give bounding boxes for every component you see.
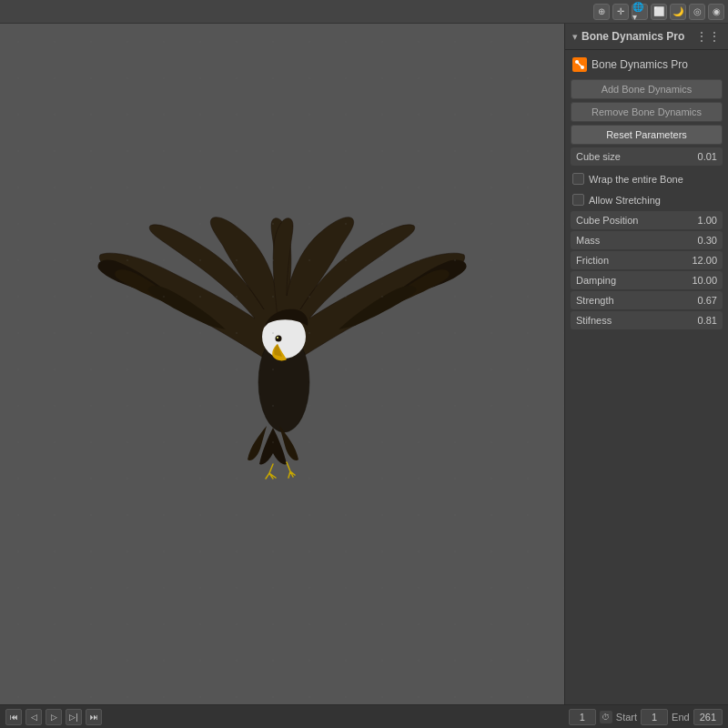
param-label-3: Damping [571, 271, 686, 289]
cube-size-label: Cube size [571, 147, 686, 166]
step-back-button[interactable]: ◁ [25, 709, 42, 725]
param-value-0[interactable]: 1.00 [686, 211, 723, 229]
timer-icon: ⏱ [600, 711, 612, 723]
param-label-0: Cube Position [571, 211, 686, 229]
svg-point-2 [276, 336, 282, 342]
svg-point-0 [258, 332, 309, 432]
jump-start-button[interactable]: ⏮ [5, 709, 22, 725]
allow-stretching-row: Allow Stretching [571, 190, 723, 209]
param-value-2[interactable]: 12.00 [686, 251, 723, 269]
param-value-3[interactable]: 10.00 [686, 271, 723, 289]
overlay-icon[interactable]: ⬜ [651, 4, 667, 20]
section-header: Bone Dynamics Pro [571, 54, 723, 76]
bone-dynamics-icon [572, 57, 587, 72]
eagle-model-container [0, 24, 564, 704]
cube-size-row: Cube size 0.01 [571, 147, 723, 166]
right-panel: ▾ Bone Dynamics Pro ⋮⋮ Bone Dynamics Pro… [564, 24, 728, 704]
cube-size-value[interactable]: 0.01 [686, 147, 723, 166]
wrap-bone-row: Wrap the entire Bone [571, 169, 723, 188]
viewport-shading-icon[interactable]: ◉ [708, 4, 724, 20]
parameters-list: Cube Position 1.00 Mass 0.30 Friction 12… [571, 211, 723, 329]
svg-line-6 [577, 62, 582, 67]
param-label-5: Stifness [571, 311, 686, 329]
param-row-stifness: Stifness 0.81 [571, 311, 723, 329]
play-button[interactable]: ▷ [46, 709, 62, 725]
viewport-3d[interactable] [0, 24, 564, 704]
jump-end-button[interactable]: ⏭ [86, 709, 102, 725]
param-row-friction: Friction 12.00 [571, 251, 723, 269]
section-title: Bone Dynamics Pro [592, 58, 688, 71]
eagle-model [91, 191, 473, 537]
param-label-1: Mass [571, 231, 686, 249]
param-row-damping: Damping 10.00 [571, 271, 723, 289]
allow-stretching-checkbox[interactable] [572, 194, 584, 206]
view-dropdown[interactable]: 🌐▾ [632, 4, 648, 20]
shading-icon[interactable]: 🌙 [670, 4, 686, 20]
remove-bone-dynamics-button[interactable]: Remove Bone Dynamics [571, 102, 723, 122]
param-label-2: Friction [571, 251, 686, 269]
start-frame-field[interactable]: 1 [641, 709, 668, 725]
reset-parameters-button[interactable]: Reset Parameters [571, 125, 723, 145]
wrap-bone-checkbox[interactable] [572, 173, 584, 185]
current-frame-field[interactable]: 1 [569, 709, 596, 725]
allow-stretching-label: Allow Stretching [589, 195, 661, 206]
end-label: End [672, 712, 690, 723]
panel-header: ▾ Bone Dynamics Pro ⋮⋮ [565, 24, 728, 50]
svg-point-3 [277, 337, 278, 339]
panel-collapse-arrow[interactable]: ▾ [572, 31, 578, 43]
param-label-4: Strength [571, 291, 686, 309]
wrap-bone-label: Wrap the entire Bone [589, 174, 683, 185]
transform-tool-icon[interactable]: ✛ [612, 4, 629, 20]
start-label: Start [616, 712, 637, 723]
end-frame-field[interactable]: 261 [693, 709, 723, 725]
svg-point-1 [262, 315, 306, 359]
param-row-cube-position: Cube Position 1.00 [571, 211, 723, 229]
bottom-bar: ⏮ ◁ ▷ ▷| ⏭ 1 ⏱ Start 1 End 261 [0, 704, 728, 728]
panel-header-title: Bone Dynamics Pro [581, 30, 684, 43]
bone-dynamics-section: Bone Dynamics Pro Add Bone Dynamics Remo… [565, 50, 728, 335]
panel-options-icon[interactable]: ⋮⋮ [695, 29, 721, 44]
param-value-5[interactable]: 0.81 [686, 311, 723, 329]
add-bone-dynamics-button[interactable]: Add Bone Dynamics [571, 79, 723, 99]
param-row-strength: Strength 0.67 [571, 291, 723, 309]
param-value-4[interactable]: 0.67 [686, 291, 723, 309]
render-icon[interactable]: ◎ [689, 4, 705, 20]
top-toolbar: ⊕ ✛ 🌐▾ ⬜ 🌙 ◎ ◉ [0, 0, 728, 24]
cursor-tool-icon[interactable]: ⊕ [593, 4, 610, 20]
param-value-1[interactable]: 0.30 [686, 231, 723, 249]
step-forward-button[interactable]: ▷| [66, 709, 82, 725]
param-row-mass: Mass 0.30 [571, 231, 723, 249]
